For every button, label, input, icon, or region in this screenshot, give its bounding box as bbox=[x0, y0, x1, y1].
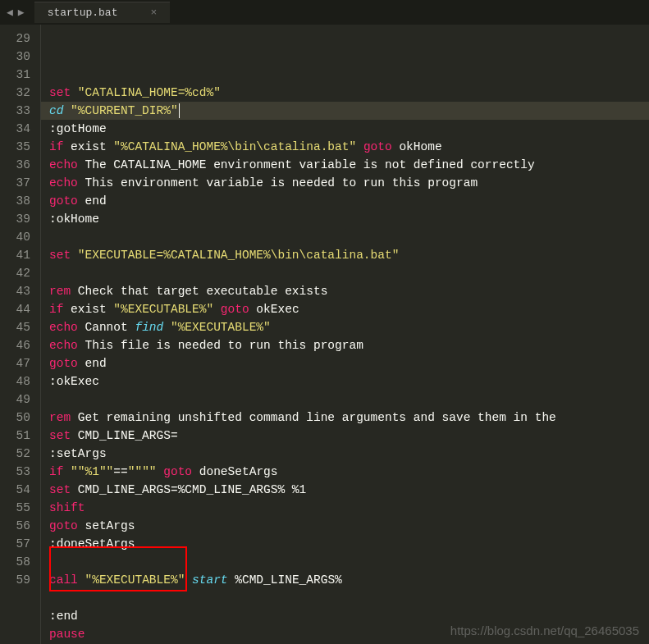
code-line[interactable]: goto end bbox=[49, 354, 649, 372]
code-line[interactable]: echo This environment variable is needed… bbox=[49, 174, 649, 192]
code-line[interactable]: shift bbox=[49, 499, 649, 517]
code-token: CMD_LINE_ARGS=%CMD_LINE_ARGS% %1 bbox=[71, 483, 306, 496]
code-token: end bbox=[78, 357, 107, 370]
nav-left-icon[interactable]: ◀ bbox=[7, 6, 13, 19]
code-token: rem bbox=[49, 285, 71, 298]
nav-right-icon[interactable]: ▶ bbox=[18, 6, 25, 19]
code-line[interactable]: cd "%CURRENT_DIR%" bbox=[41, 102, 649, 120]
code-line[interactable]: echo The CATALINA_HOME environment varia… bbox=[49, 156, 649, 174]
tab-bar: ◀ ▶ startup.bat × bbox=[0, 0, 649, 25]
code-token: rem bbox=[49, 411, 71, 424]
code-line[interactable]: set "EXECUTABLE=%CATALINA_HOME%\bin\cata… bbox=[49, 246, 649, 264]
code-token bbox=[71, 86, 78, 99]
tab-startup-bat[interactable]: startup.bat × bbox=[34, 2, 171, 23]
code-line[interactable]: if exist "%EXECUTABLE%" goto okExec bbox=[49, 300, 649, 318]
line-number: 30 bbox=[0, 48, 30, 66]
code-token: set bbox=[49, 483, 71, 496]
code-token: okHome bbox=[392, 140, 442, 153]
code-line[interactable]: goto end bbox=[49, 192, 649, 210]
code-token: if bbox=[49, 465, 63, 478]
code-token: find bbox=[135, 321, 163, 334]
code-token bbox=[356, 140, 363, 153]
line-number: 52 bbox=[0, 445, 30, 463]
line-number: 56 bbox=[0, 517, 30, 535]
code-token: echo bbox=[49, 321, 78, 334]
code-line[interactable]: :okExec bbox=[49, 372, 649, 391]
tab-title: startup.bat bbox=[48, 7, 118, 19]
code-token: == bbox=[113, 465, 127, 478]
line-number: 54 bbox=[0, 481, 30, 499]
line-number-gutter: 2930313233343536373839404142434445464748… bbox=[0, 25, 41, 644]
line-number: 58 bbox=[0, 553, 30, 571]
code-line[interactable]: rem Get remaining unshifted command line… bbox=[49, 409, 649, 427]
code-line[interactable] bbox=[49, 391, 649, 409]
close-icon[interactable]: × bbox=[150, 7, 157, 19]
code-token: "%CATALINA_HOME%\bin\catalina.bat" bbox=[113, 140, 356, 153]
code-token: exist bbox=[63, 140, 113, 153]
code-area[interactable]: set "CATALINA_HOME=%cd%"cd "%CURRENT_DIR… bbox=[41, 25, 649, 644]
code-line[interactable]: call "%EXECUTABLE%" start %CMD_LINE_ARGS… bbox=[49, 571, 649, 589]
code-line[interactable]: if exist "%CATALINA_HOME%\bin\catalina.b… bbox=[49, 138, 649, 156]
line-number: 55 bbox=[0, 499, 30, 517]
code-token: if bbox=[49, 303, 63, 316]
code-line[interactable]: set "CATALINA_HOME=%cd%" bbox=[49, 84, 649, 102]
line-number: 43 bbox=[0, 282, 30, 300]
line-number: 37 bbox=[0, 174, 30, 192]
line-number: 46 bbox=[0, 336, 30, 354]
line-number: 53 bbox=[0, 463, 30, 481]
code-token: "CATALINA_HOME=%cd%" bbox=[78, 86, 221, 99]
line-number: 38 bbox=[0, 192, 30, 210]
code-line[interactable]: if ""%1""=="""" goto doneSetArgs bbox=[49, 463, 649, 481]
line-number: 42 bbox=[0, 264, 30, 282]
code-line[interactable] bbox=[49, 228, 649, 246]
text-caret bbox=[179, 103, 180, 118]
code-line[interactable] bbox=[49, 589, 649, 607]
line-number: 29 bbox=[0, 30, 30, 48]
code-token: :okExec bbox=[49, 375, 99, 388]
code-token: The CATALINA_HOME environment variable i… bbox=[78, 158, 535, 171]
code-token bbox=[63, 465, 71, 478]
code-token bbox=[63, 104, 71, 117]
code-token bbox=[78, 573, 85, 587]
code-line[interactable]: set CMD_LINE_ARGS= bbox=[49, 427, 649, 445]
code-line[interactable] bbox=[49, 264, 649, 282]
code-line[interactable]: :setArgs bbox=[49, 445, 649, 463]
code-line[interactable]: echo Cannot find "%EXECUTABLE%" bbox=[49, 318, 649, 336]
code-token: okExec bbox=[249, 303, 299, 316]
code-line[interactable]: :okHome bbox=[49, 210, 649, 228]
code-token: cd bbox=[49, 104, 63, 117]
code-token: """" bbox=[128, 465, 157, 478]
code-token: "%CURRENT_DIR%" bbox=[71, 104, 178, 117]
code-line[interactable]: :gotHome bbox=[49, 120, 649, 138]
code-line[interactable] bbox=[49, 553, 649, 571]
code-token: This environment variable is needed to r… bbox=[78, 176, 478, 190]
line-number: 34 bbox=[0, 120, 30, 138]
code-token bbox=[157, 465, 164, 478]
code-token: exist bbox=[63, 303, 113, 316]
nav-arrows: ◀ ▶ bbox=[7, 6, 25, 19]
code-token: CMD_LINE_ARGS= bbox=[71, 429, 178, 442]
code-token: :setArgs bbox=[49, 447, 107, 460]
code-token: Check that target executable exists bbox=[71, 285, 327, 298]
code-line[interactable]: set CMD_LINE_ARGS=%CMD_LINE_ARGS% %1 bbox=[49, 481, 649, 499]
line-number: 47 bbox=[0, 354, 30, 372]
code-token: set bbox=[49, 86, 71, 99]
code-token: setArgs bbox=[78, 519, 135, 532]
code-token: echo bbox=[49, 158, 78, 171]
line-number: 40 bbox=[0, 228, 30, 246]
code-line[interactable]: goto setArgs bbox=[49, 517, 649, 535]
line-number: 51 bbox=[0, 427, 30, 445]
code-token: echo bbox=[49, 176, 78, 190]
code-line[interactable]: echo This file is needed to run this pro… bbox=[49, 336, 649, 354]
code-token: ""%1"" bbox=[71, 465, 113, 478]
code-token: doneSetArgs bbox=[192, 465, 277, 478]
line-number: 31 bbox=[0, 66, 30, 84]
code-line[interactable]: rem Check that target executable exists bbox=[49, 282, 649, 300]
code-token: "%EXECUTABLE%" bbox=[113, 303, 213, 316]
watermark: https://blog.csdn.net/qq_26465035 bbox=[450, 623, 639, 637]
code-line[interactable]: :doneSetArgs bbox=[49, 535, 649, 553]
line-number: 39 bbox=[0, 210, 30, 228]
code-line[interactable]: :end bbox=[49, 607, 649, 625]
code-token: This file is needed to run this program bbox=[78, 339, 363, 352]
code-token: if bbox=[49, 140, 63, 153]
